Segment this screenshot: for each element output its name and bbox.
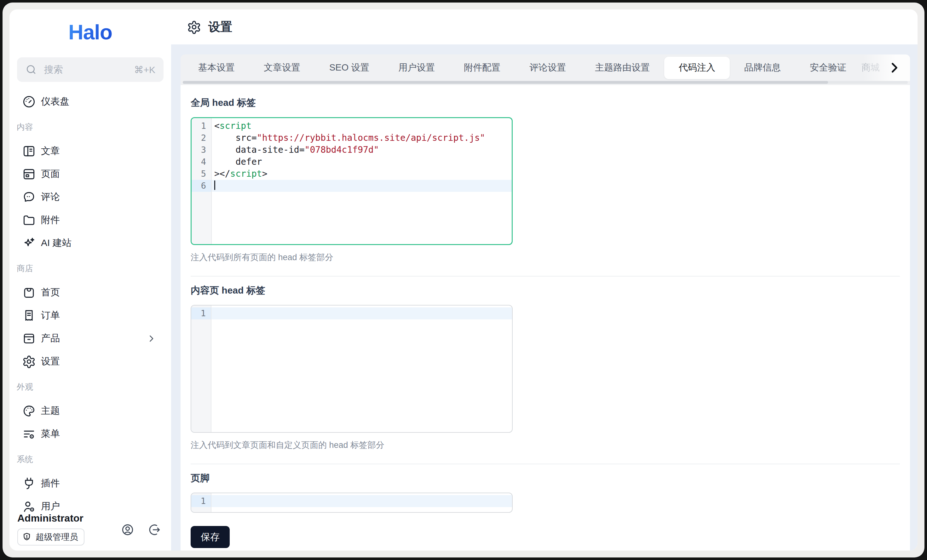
tab-attachment[interactable]: 附件配置 (449, 57, 515, 79)
line-number-active: 1 (191, 495, 211, 507)
user-settings-icon (22, 499, 36, 513)
field-help-global-head: 注入代码到所有页面的 head 标签部分 (191, 251, 900, 263)
code-editor-global-head[interactable]: 1 2 3 4 5 6 <script src="https://rybbit.… (191, 117, 513, 245)
sidebar-item-label: 页面 (41, 168, 60, 181)
role-badge-label: 超级管理员 (36, 531, 78, 543)
sidebar-item-attachments[interactable]: 附件 (9, 208, 171, 232)
sidebar-user-footer: Administrator 超级管理员 (17, 513, 164, 545)
field-label-content-head: 内容页 head 标签 (191, 285, 900, 296)
search-input-box[interactable]: ⌘+K (17, 57, 164, 82)
tab-theme-route[interactable]: 主题路由设置 (581, 57, 664, 79)
halo-admin-app: Halo ⌘+K 仪表盘 内容 文章 页面 (9, 9, 918, 551)
line-number: 2 (191, 132, 211, 144)
search-icon (25, 64, 37, 76)
field-label-global-head: 全局 head 标签 (191, 97, 900, 108)
sidebar-item-products[interactable]: 产品 (9, 327, 171, 350)
pages-icon (22, 167, 36, 181)
editor-gutter: 1 2 3 4 5 6 (191, 118, 212, 244)
list-settings-icon (22, 427, 36, 441)
code-line: data-site-id="078bd4c1f97d" (212, 144, 512, 156)
field-divider (191, 464, 900, 464)
screenshot-root: Halo ⌘+K 仪表盘 内容 文章 页面 (0, 0, 927, 560)
tabs-scroll-right-button[interactable] (885, 59, 903, 77)
field-divider (191, 276, 900, 276)
editor-code-area (211, 493, 512, 512)
sidebar-item-plugins[interactable]: 插件 (9, 472, 171, 495)
settings-content: 基本设置 文章设置 SEO 设置 用户设置 附件配置 评论设置 主题路由设置 代… (171, 44, 918, 551)
tab-basic[interactable]: 基本设置 (184, 57, 249, 79)
sidebar-item-label: 设置 (41, 355, 60, 368)
code-editor-content-head[interactable]: 1 (191, 305, 513, 433)
line-number: 1 (191, 120, 211, 132)
line-number: 5 (191, 168, 211, 180)
code-line-active (211, 495, 512, 507)
tab-comment[interactable]: 评论设置 (515, 57, 581, 79)
logout-button[interactable] (147, 523, 161, 537)
tab-post[interactable]: 文章设置 (249, 57, 315, 79)
sidebar-item-label: 订单 (41, 309, 60, 322)
sidebar-item-dashboard[interactable]: 仪表盘 (9, 90, 171, 113)
tab-overflow-partial[interactable]: 商城 (862, 55, 880, 81)
sidebar-user-actions (121, 523, 161, 537)
sidebar-item-label: 评论 (41, 191, 60, 203)
sidebar-item-label: 文章 (41, 144, 60, 158)
line-number-active: 6 (191, 180, 211, 192)
logo-wrap: Halo (9, 9, 171, 44)
box-icon (22, 332, 36, 346)
sidebar-item-ai-builder[interactable]: AI 建站 (9, 232, 171, 255)
sidebar-item-themes[interactable]: 主题 (9, 399, 171, 422)
sidebar-item-orders[interactable]: 订单 (9, 304, 171, 327)
page-header: 设置 (171, 9, 918, 44)
app-window: Halo ⌘+K 仪表盘 内容 文章 页面 (3, 3, 924, 557)
sidebar-item-store-home[interactable]: 首页 (9, 281, 171, 304)
search-input[interactable] (44, 64, 128, 75)
code-editor-footer[interactable]: 1 (191, 493, 513, 513)
shopping-bag-icon (22, 286, 36, 299)
gear-icon (22, 355, 36, 369)
field-label-footer: 页脚 (191, 472, 900, 484)
editor-gutter: 1 (191, 493, 211, 512)
profile-button[interactable] (121, 523, 135, 537)
page-title: 设置 (208, 19, 232, 35)
code-line: <script (212, 120, 512, 132)
settings-gear-icon (187, 20, 201, 34)
line-number: 4 (191, 156, 211, 168)
scrollbar-thumb[interactable] (183, 81, 828, 84)
role-badge: 超级管理员 (17, 528, 84, 545)
field-help-content-head: 注入代码到文章页面和自定义页面的 head 标签部分 (191, 439, 900, 451)
tab-code-injection[interactable]: 代码注入 (664, 57, 730, 79)
plug-icon (22, 477, 36, 490)
settings-tab-card: 基本设置 文章设置 SEO 设置 用户设置 附件配置 评论设置 主题路由设置 代… (181, 55, 910, 551)
sidebar-item-comments[interactable]: 评论 (9, 185, 171, 208)
nav-section-system: 系统 (9, 452, 171, 466)
tab-seo[interactable]: SEO 设置 (315, 57, 384, 79)
sidebar-item-settings[interactable]: 设置 (9, 350, 171, 373)
sidebar-item-pages[interactable]: 页面 (9, 162, 171, 185)
sparkles-icon (22, 236, 36, 250)
tab-user[interactable]: 用户设置 (384, 57, 449, 79)
tab-security[interactable]: 安全验证 (795, 57, 861, 79)
code-line: ></script> (212, 168, 512, 180)
tab-brand[interactable]: 品牌信息 (730, 57, 795, 79)
code-line: src="https://rybbit.halocms.site/api/scr… (212, 132, 512, 144)
settings-tab-bar: 基本设置 文章设置 SEO 设置 用户设置 附件配置 评论设置 主题路由设置 代… (181, 55, 910, 81)
code-line: defer (212, 156, 512, 168)
sidebar-item-label: 首页 (41, 286, 60, 299)
search-shortcut-hint: ⌘+K (134, 64, 155, 75)
receipt-icon (22, 309, 36, 323)
sidebar-item-label: 附件 (41, 214, 60, 226)
sidebar-item-label: 插件 (41, 477, 60, 490)
sidebar-item-label: 仪表盘 (41, 95, 69, 108)
gauge-icon (22, 95, 36, 109)
nav-section-content: 内容 (9, 120, 171, 134)
line-number-active: 1 (191, 307, 211, 319)
nav-section-store: 商店 (9, 261, 171, 275)
palette-icon (22, 404, 36, 418)
sidebar-item-posts[interactable]: 文章 (9, 140, 171, 162)
line-number: 3 (191, 144, 211, 156)
sidebar-item-menus[interactable]: 菜单 (9, 422, 171, 445)
code-line-active (212, 180, 512, 192)
posts-icon (22, 144, 36, 158)
editor-code-area (211, 305, 512, 432)
save-button[interactable]: 保存 (191, 526, 230, 548)
